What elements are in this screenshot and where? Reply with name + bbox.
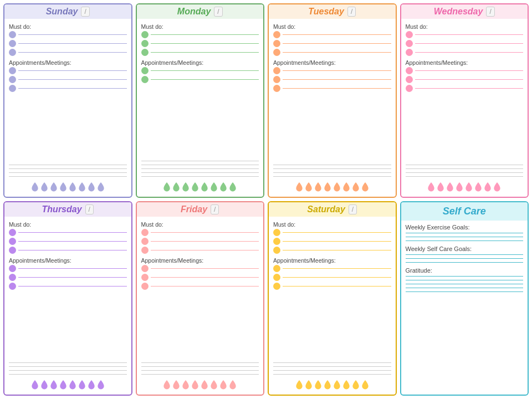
tuesday-date[interactable]: / xyxy=(347,7,356,17)
monday-date[interactable]: / xyxy=(214,7,222,17)
water-drop[interactable] xyxy=(97,182,105,192)
water-drop[interactable] xyxy=(69,380,76,390)
water-drop[interactable] xyxy=(352,380,360,390)
bullet-line[interactable] xyxy=(18,277,127,278)
water-drop[interactable] xyxy=(182,182,190,192)
saturday-date[interactable]: / xyxy=(349,204,357,214)
water-drop[interactable] xyxy=(59,380,67,390)
water-drop[interactable] xyxy=(427,182,435,192)
bullet-line[interactable] xyxy=(283,79,391,80)
water-drop[interactable] xyxy=(191,182,199,192)
water-drop[interactable] xyxy=(295,380,303,390)
bullet-line[interactable] xyxy=(415,88,524,89)
thursday-date[interactable]: / xyxy=(85,204,94,214)
bullet-line[interactable] xyxy=(283,277,391,278)
water-drop[interactable] xyxy=(314,380,322,390)
bullet-line[interactable] xyxy=(151,286,259,287)
bullet-line[interactable] xyxy=(18,79,127,80)
bullet-line[interactable] xyxy=(283,34,391,35)
wednesday-date[interactable]: / xyxy=(486,7,494,17)
water-drop[interactable] xyxy=(229,380,237,390)
bullet-line[interactable] xyxy=(18,286,127,287)
water-drop[interactable] xyxy=(50,380,58,390)
water-drop[interactable] xyxy=(219,380,227,390)
water-drop[interactable] xyxy=(40,182,48,192)
bullet-line[interactable] xyxy=(151,250,259,250)
water-drop[interactable] xyxy=(446,182,454,192)
water-drop[interactable] xyxy=(31,380,39,390)
water-drop[interactable] xyxy=(484,182,492,192)
water-drop[interactable] xyxy=(342,182,350,192)
bullet-line[interactable] xyxy=(283,43,391,44)
bullet-line[interactable] xyxy=(151,70,259,71)
water-drop[interactable] xyxy=(201,380,208,390)
bullet-line[interactable] xyxy=(151,43,259,44)
water-drop[interactable] xyxy=(342,380,350,390)
water-drop[interactable] xyxy=(78,380,86,390)
bullet-line[interactable] xyxy=(415,43,524,44)
water-drop[interactable] xyxy=(474,182,482,192)
bullet-line[interactable] xyxy=(283,52,391,53)
bullet-line[interactable] xyxy=(18,250,127,250)
water-drop[interactable] xyxy=(59,182,67,192)
water-drop[interactable] xyxy=(361,182,369,192)
water-drop[interactable] xyxy=(50,182,58,192)
water-drop[interactable] xyxy=(314,182,322,192)
water-drop[interactable] xyxy=(219,182,227,192)
water-drop[interactable] xyxy=(324,182,331,192)
water-drop[interactable] xyxy=(333,182,341,192)
water-drop[interactable] xyxy=(78,182,86,192)
water-drop[interactable] xyxy=(40,380,48,390)
bullet-line[interactable] xyxy=(18,34,127,35)
water-drop[interactable] xyxy=(229,182,237,192)
water-drop[interactable] xyxy=(163,380,171,390)
sunday-date[interactable]: / xyxy=(81,7,89,17)
water-drop[interactable] xyxy=(182,380,190,390)
bullet-line[interactable] xyxy=(151,277,259,278)
water-drop[interactable] xyxy=(456,182,463,192)
bullet-line[interactable] xyxy=(151,268,259,269)
water-drop[interactable] xyxy=(97,380,105,390)
bullet-line[interactable] xyxy=(151,79,259,80)
bullet-line[interactable] xyxy=(151,34,259,35)
bullet-line[interactable] xyxy=(18,268,127,269)
water-drop[interactable] xyxy=(69,182,76,192)
water-drop[interactable] xyxy=(324,380,331,390)
friday-date[interactable]: / xyxy=(211,204,219,214)
water-drop[interactable] xyxy=(305,380,313,390)
water-drop[interactable] xyxy=(31,182,39,192)
water-drop[interactable] xyxy=(333,380,341,390)
water-drop[interactable] xyxy=(437,182,444,192)
water-drop[interactable] xyxy=(88,380,95,390)
bullet-line[interactable] xyxy=(283,268,391,269)
water-drop[interactable] xyxy=(210,380,218,390)
bullet-line[interactable] xyxy=(18,43,127,44)
bullet-line[interactable] xyxy=(415,52,524,53)
water-drop[interactable] xyxy=(361,380,369,390)
bullet-line[interactable] xyxy=(283,250,391,250)
water-drop[interactable] xyxy=(305,182,313,192)
water-drop[interactable] xyxy=(493,182,501,192)
bullet-line[interactable] xyxy=(283,241,391,242)
bullet-line[interactable] xyxy=(283,232,391,233)
water-drop[interactable] xyxy=(210,182,218,192)
bullet-line[interactable] xyxy=(18,241,127,242)
water-drop[interactable] xyxy=(191,380,199,390)
bullet-line[interactable] xyxy=(18,70,127,71)
water-drop[interactable] xyxy=(172,380,180,390)
bullet-line[interactable] xyxy=(415,79,524,80)
bullet-line[interactable] xyxy=(18,52,127,53)
water-drop[interactable] xyxy=(465,182,473,192)
water-drop[interactable] xyxy=(163,182,171,192)
bullet-line[interactable] xyxy=(151,232,259,233)
bullet-line[interactable] xyxy=(18,88,127,89)
water-drop[interactable] xyxy=(172,182,180,192)
water-drop[interactable] xyxy=(88,182,95,192)
bullet-line[interactable] xyxy=(151,52,259,53)
bullet-line[interactable] xyxy=(283,70,391,71)
water-drop[interactable] xyxy=(201,182,208,192)
bullet-line[interactable] xyxy=(415,70,524,71)
bullet-line[interactable] xyxy=(283,286,391,287)
bullet-line[interactable] xyxy=(415,34,524,35)
bullet-line[interactable] xyxy=(283,88,391,89)
